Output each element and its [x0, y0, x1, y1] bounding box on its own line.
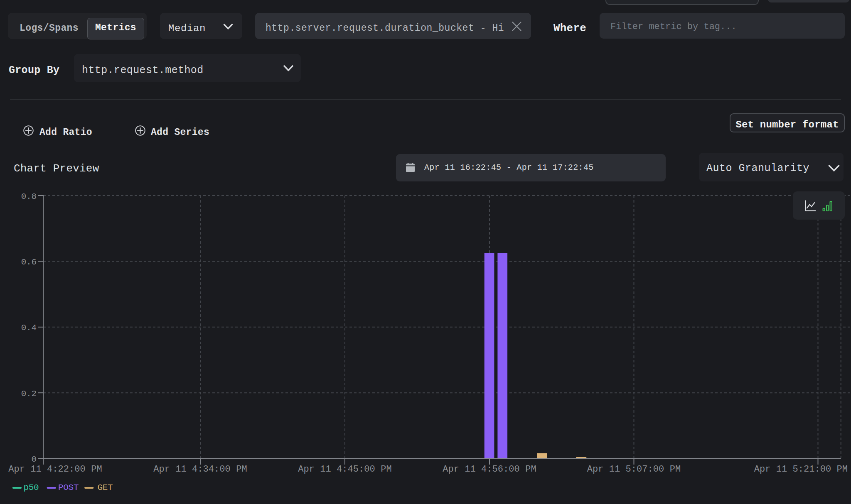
- svg-text:p50: p50: [24, 483, 39, 492]
- svg-text:0.4: 0.4: [21, 323, 37, 333]
- svg-text:Apr 11 4:34:00 PM: Apr 11 4:34:00 PM: [153, 464, 247, 475]
- svg-text:0.8: 0.8: [21, 192, 37, 201]
- svg-text:Apr 11 4:45:00 PM: Apr 11 4:45:00 PM: [298, 464, 391, 475]
- svg-text:Apr 11 4:56:00 PM: Apr 11 4:56:00 PM: [443, 464, 536, 475]
- svg-text:Apr 11 5:21:00 PM: Apr 11 5:21:00 PM: [754, 464, 848, 475]
- svg-text:Apr 11 4:22:00 PM: Apr 11 4:22:00 PM: [8, 464, 102, 475]
- svg-text:0.2: 0.2: [21, 389, 37, 399]
- svg-text:0.6: 0.6: [21, 257, 37, 267]
- svg-text:Apr 11 5:07:00 PM: Apr 11 5:07:00 PM: [587, 464, 681, 475]
- svg-text:POST: POST: [58, 483, 79, 492]
- svg-text:GET: GET: [97, 483, 113, 492]
- svg-text:0: 0: [32, 455, 37, 464]
